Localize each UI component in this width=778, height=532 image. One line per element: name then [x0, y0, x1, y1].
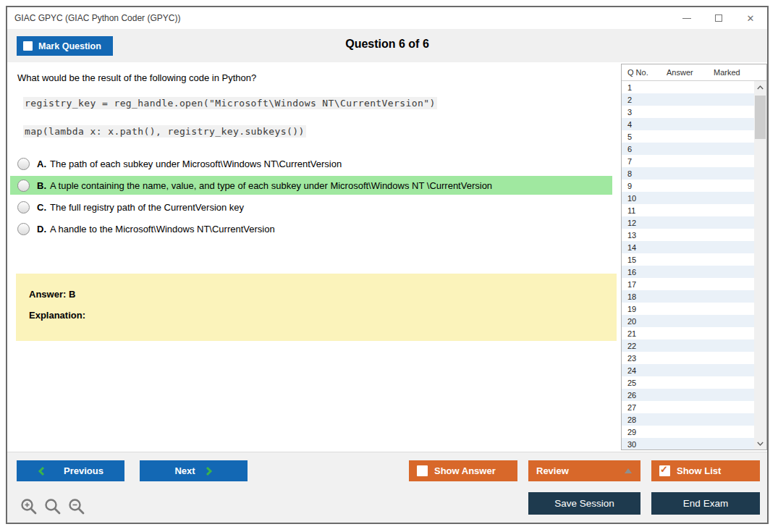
option-letter: C. — [37, 202, 46, 213]
show-answer-button[interactable]: Show Answer — [409, 460, 517, 481]
review-button[interactable]: Review — [528, 460, 640, 481]
question-list-row[interactable]: 23 — [622, 352, 754, 364]
option-radio[interactable] — [17, 158, 30, 170]
question-list-row[interactable]: 12 — [622, 216, 754, 229]
question-list-row[interactable]: 6 — [622, 143, 754, 155]
question-list-row[interactable]: 3 — [622, 106, 754, 118]
previous-button[interactable]: Previous — [17, 460, 124, 481]
zoom-out-icon[interactable] — [68, 498, 85, 515]
question-number: 13 — [627, 231, 636, 240]
question-counter: Question 6 of 6 — [7, 38, 767, 51]
dropdown-up-icon — [625, 468, 632, 473]
code-block: registry_key = reg_handle.open("Microsof… — [23, 98, 620, 137]
option-letter: D. — [37, 224, 46, 235]
question-number: 2 — [627, 96, 632, 104]
answer-label: Answer: B — [29, 289, 617, 300]
question-list-row[interactable]: 18 — [622, 290, 754, 303]
previous-label: Previous — [64, 465, 103, 476]
question-list-row[interactable]: 13 — [622, 229, 754, 241]
question-list-row[interactable]: 15 — [622, 253, 754, 266]
option-text: The full registry path of the CurrentVer… — [50, 202, 244, 213]
question-number: 10 — [627, 194, 636, 203]
question-number: 5 — [627, 132, 632, 141]
question-number: 20 — [627, 317, 636, 326]
question-list-row[interactable]: 24 — [622, 364, 754, 376]
zoom-in-icon[interactable] — [20, 498, 38, 515]
question-list-row[interactable]: 25 — [622, 376, 754, 389]
question-list-row[interactable]: 26 — [622, 389, 754, 401]
end-exam-button[interactable]: End Exam — [651, 492, 760, 515]
window-controls: ✕ — [682, 7, 756, 29]
question-number: 15 — [627, 256, 636, 264]
question-number: 28 — [627, 415, 636, 424]
question-area: What would be the result of the followin… — [7, 62, 620, 452]
question-number: 18 — [627, 292, 636, 301]
question-list-row[interactable]: 7 — [622, 155, 754, 167]
question-list-row[interactable]: 17 — [622, 278, 754, 290]
show-list-checkbox[interactable] — [659, 465, 670, 476]
question-list-row[interactable]: 5 — [622, 130, 754, 143]
question-list-row[interactable]: 11 — [622, 204, 754, 216]
question-number: 8 — [627, 169, 632, 178]
column-marked: Marked — [714, 68, 740, 77]
content-area: What would be the result of the followin… — [7, 62, 767, 452]
answer-option-a[interactable]: A.The path of each subkey under Microsof… — [10, 154, 612, 173]
question-list-row[interactable]: 19 — [622, 303, 754, 315]
question-list-row[interactable]: 20 — [622, 315, 754, 327]
answer-option-d[interactable]: D.A handle to the Microsoft\Windows NT\C… — [10, 219, 612, 238]
question-list-row[interactable]: 27 — [622, 401, 754, 413]
review-label: Review — [536, 465, 569, 476]
minimize-icon[interactable] — [682, 13, 692, 23]
question-list-row[interactable]: 21 — [622, 327, 754, 339]
show-answer-checkbox[interactable] — [417, 465, 428, 476]
maximize-icon[interactable] — [714, 13, 724, 23]
answer-option-c[interactable]: C.The full registry path of the CurrentV… — [10, 198, 612, 216]
save-session-label: Save Session — [554, 498, 614, 509]
question-list-row[interactable]: 22 — [622, 339, 754, 352]
question-list-row[interactable]: 9 — [622, 180, 754, 192]
question-list-row[interactable]: 16 — [622, 266, 754, 278]
question-list-panel: Q No. Answer Marked 12345678910111213141… — [621, 64, 767, 450]
question-number: 4 — [627, 120, 632, 129]
question-list-row[interactable]: 10 — [622, 192, 754, 204]
scroll-up-icon[interactable] — [754, 81, 766, 93]
scroll-down-icon[interactable] — [754, 437, 766, 449]
question-number: 14 — [627, 243, 636, 252]
question-list-row[interactable]: 14 — [622, 241, 754, 253]
option-text: The path of each subkey under Microsoft\… — [50, 159, 342, 169]
question-number: 9 — [627, 182, 632, 190]
next-button[interactable]: Next — [140, 460, 248, 481]
option-radio[interactable] — [17, 180, 30, 192]
magnifier-icon[interactable] — [44, 498, 62, 515]
question-number: 27 — [627, 403, 636, 412]
footer-bar: Previous Next Show Answer Review Show Li… — [7, 452, 767, 523]
answer-box: Answer: B Explanation: — [16, 274, 617, 341]
scrollbar[interactable] — [754, 81, 766, 449]
save-session-button[interactable]: Save Session — [528, 492, 640, 515]
question-number: 23 — [627, 354, 636, 363]
question-number: 11 — [627, 206, 635, 215]
column-qno: Q No. — [627, 68, 648, 77]
answer-option-b[interactable]: B.A tuple containing the name, value, an… — [10, 176, 612, 195]
question-list-row[interactable]: 1 — [622, 81, 754, 93]
option-radio[interactable] — [17, 201, 30, 214]
question-list-rows: 1234567891011121314151617181920212223242… — [622, 81, 754, 449]
question-list-row[interactable]: 2 — [622, 93, 754, 106]
option-radio[interactable] — [17, 223, 30, 235]
question-number: 22 — [627, 342, 636, 350]
show-list-button[interactable]: Show List — [651, 460, 760, 481]
question-number: 6 — [627, 145, 632, 153]
explanation-label: Explanation: — [29, 310, 617, 321]
question-prompt: What would be the result of the followin… — [17, 72, 620, 83]
question-number: 3 — [627, 108, 632, 117]
question-list-row[interactable]: 4 — [622, 118, 754, 130]
question-list-header: Q No. Answer Marked — [622, 64, 766, 81]
question-number: 1 — [627, 83, 632, 92]
question-list-row[interactable]: 30 — [622, 438, 754, 449]
question-list-row[interactable]: 8 — [622, 167, 754, 180]
end-exam-label: End Exam — [683, 498, 728, 509]
scrollbar-thumb[interactable] — [755, 96, 766, 139]
close-icon[interactable]: ✕ — [745, 13, 756, 23]
question-list-row[interactable]: 29 — [622, 426, 754, 438]
question-list-row[interactable]: 28 — [622, 413, 754, 426]
